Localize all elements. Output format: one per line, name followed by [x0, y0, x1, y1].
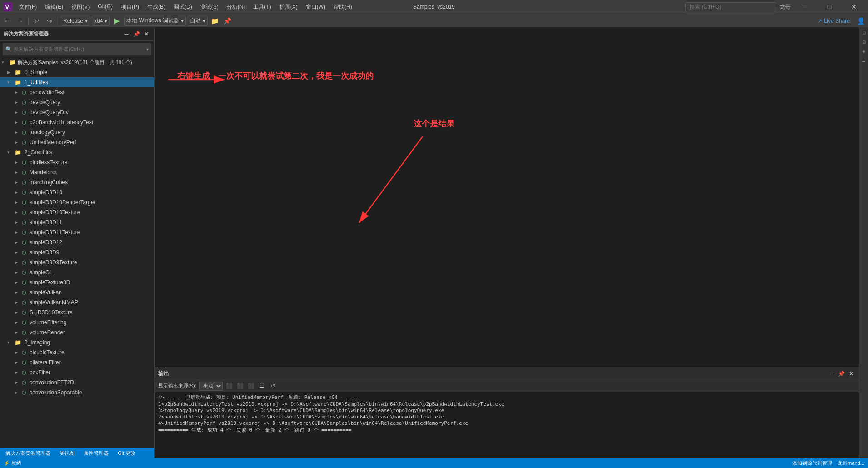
build-config-dropdown[interactable]: Release ▾	[61, 16, 90, 26]
tree-item-volumeRender[interactable]: ▶⬡volumeRender	[0, 327, 154, 337]
activity-btn-3[interactable]: ◈	[860, 47, 868, 55]
tree-item-simpleVulkan[interactable]: ▶⬡simpleVulkan	[0, 287, 154, 297]
menu-item-GitG[interactable]: Git(G)	[94, 2, 116, 12]
tree-item-bandwidthTest[interactable]: ▶⬡bandwidthTest	[0, 87, 154, 97]
tree-item-simpleGL[interactable]: ▶⬡simpleGL	[0, 267, 154, 277]
tree-item-bindlessTexture[interactable]: ▶⬡bindlessTexture	[0, 157, 154, 167]
status-ready[interactable]: ⚡ 就绪	[4, 460, 21, 467]
tree-item-simpleD3D11Texture[interactable]: ▶⬡simpleD3D11Texture	[0, 227, 154, 237]
menu-item-T[interactable]: 工具(T)	[249, 2, 274, 12]
folder-button[interactable]: 📁	[210, 15, 220, 26]
tree-item-bicubicTexture[interactable]: ▶⬡bicubicTexture	[0, 347, 154, 357]
tree-item-convolutionFFT2D[interactable]: ▶⬡convolutionFFT2D	[0, 377, 154, 387]
menu-item-B[interactable]: 生成(B)	[144, 2, 169, 12]
status-source-control[interactable]: 添加到源代码管理	[792, 460, 832, 467]
output-source-select[interactable]: 生成	[199, 382, 223, 391]
tree-item-simpleD3D11[interactable]: ▶⬡simpleD3D11	[0, 217, 154, 227]
tree-item-simpleD3D10[interactable]: ▶⬡simpleD3D10	[0, 187, 154, 197]
sidebar-bottom-tabs: 解决方案资源管理器类视图属性管理器Git 更改	[0, 448, 154, 458]
menu-item-S[interactable]: 测试(S)	[197, 2, 222, 12]
sidebar-close-button[interactable]: ✕	[142, 30, 150, 38]
tree-item-3_Imaging[interactable]: ▾📁3_Imaging	[0, 337, 154, 347]
output-pin-icon[interactable]: 📌	[837, 370, 845, 378]
search-dropdown-icon[interactable]: ▾	[146, 47, 149, 52]
menu-item-X[interactable]: 扩展(X)	[276, 2, 301, 12]
minimize-button[interactable]: ─	[794, 0, 815, 14]
tree-item-Mandelbrot[interactable]: ▶⬡Mandelbrot	[0, 167, 154, 177]
live-share-button[interactable]: ↗ Live Share	[814, 17, 853, 25]
tree-item-deviceQueryDrv[interactable]: ▶⬡deviceQueryDrv	[0, 107, 154, 117]
debug-target-dropdown[interactable]: 本地 Windows 调试器 ▾	[124, 16, 185, 26]
tree-label-3_Imaging: 3_Imaging	[25, 339, 50, 346]
forward-button[interactable]: →	[15, 15, 25, 26]
status-user[interactable]: 龙哥mand...	[838, 460, 864, 467]
tree-item-0_Simple[interactable]: ▶📁0_Simple	[0, 67, 154, 77]
arch-dropdown[interactable]: x64 ▾	[92, 16, 110, 26]
pin-button[interactable]: 📌	[222, 15, 233, 26]
tree-item-solution[interactable]: ▾ 📁 解决方案'Samples_vs2019'(181 个项目，共 181 个…	[0, 57, 154, 67]
activity-btn-4[interactable]: ☰	[860, 56, 868, 64]
tree-item-simpleD3D12[interactable]: ▶⬡simpleD3D12	[0, 237, 154, 247]
sidebar-search-box[interactable]: 🔍 ▾	[3, 43, 151, 55]
tree-arrow-Mandelbrot: ▶	[15, 170, 20, 175]
run-button[interactable]: ▶	[111, 15, 122, 26]
tree-item-simpleD3D10Texture[interactable]: ▶⬡simpleD3D10Texture	[0, 207, 154, 217]
global-search-input[interactable]	[685, 2, 776, 11]
sidebar-tab-3[interactable]: Git 更改	[116, 449, 137, 458]
account-button[interactable]: 👤	[855, 15, 866, 26]
tree-item-1_Utilities[interactable]: ▾📁1_Utilities	[0, 77, 154, 87]
menu-item-D[interactable]: 调试(D)	[170, 2, 196, 12]
output-toolbar-btn1[interactable]: ⬛	[225, 382, 234, 390]
activity-btn-2[interactable]: ⊟	[860, 38, 868, 45]
output-toolbar-btn2[interactable]: ⬛	[236, 382, 244, 390]
tree-item-SLID3D10Texture[interactable]: ▶⬡SLID3D10Texture	[0, 307, 154, 317]
tree-item-deviceQuery[interactable]: ▶⬡deviceQuery	[0, 97, 154, 107]
sidebar-tab-2[interactable]: 属性管理器	[82, 449, 110, 458]
tree-arrow-simpleVulkanMMAP: ▶	[15, 300, 20, 305]
tree-item-simpleVulkanMMAP[interactable]: ▶⬡simpleVulkanMMAP	[0, 297, 154, 307]
output-toolbar-btn3[interactable]: ⬛	[247, 382, 255, 390]
menu-item-H[interactable]: 帮助(H)	[330, 2, 356, 12]
tree-label-2_Graphics: 2_Graphics	[25, 149, 52, 156]
tree-view[interactable]: ▾ 📁 解决方案'Samples_vs2019'(181 个项目，共 181 个…	[0, 57, 154, 448]
tree-arrow-convolutionFFT2D: ▶	[15, 380, 20, 385]
sidebar-pin-icon[interactable]: 📌	[132, 30, 140, 38]
output-toolbar-btn5[interactable]: ↺	[269, 382, 277, 390]
tree-item-simpleD3D9[interactable]: ▶⬡simpleD3D9	[0, 247, 154, 257]
output-close-button[interactable]: ✕	[847, 370, 855, 378]
sidebar-pin-button[interactable]: ─	[122, 30, 130, 38]
tree-item-marchingCubes[interactable]: ▶⬡marchingCubes	[0, 177, 154, 187]
menu-item-P[interactable]: 项目(P)	[117, 2, 143, 12]
tree-item-topologyQuery[interactable]: ▶⬡topologyQuery	[0, 127, 154, 137]
output-toolbar-btn4[interactable]: ☰	[258, 382, 266, 390]
auto-dropdown[interactable]: 自动 ▾	[188, 16, 208, 26]
back-button[interactable]: ←	[2, 15, 13, 26]
menu-item-V[interactable]: 视图(V)	[68, 2, 93, 12]
tree-item-convolutionSeparable[interactable]: ▶⬡convolutionSeparable	[0, 387, 154, 398]
project-icon-simpleD3D9Texture: ⬡	[22, 260, 26, 266]
sidebar-tab-1[interactable]: 类视图	[58, 449, 76, 458]
tree-item-p2pBandwidthLatencyTest[interactable]: ▶⬡p2pBandwidthLatencyTest	[0, 117, 154, 127]
activity-btn-1[interactable]: ⊞	[860, 29, 868, 36]
menu-item-W[interactable]: 窗口(W)	[302, 2, 329, 12]
undo-button[interactable]: ↩	[31, 15, 42, 26]
output-pin-button[interactable]: ─	[827, 370, 835, 378]
tree-item-boxFilter[interactable]: ▶⬡boxFilter	[0, 367, 154, 377]
sidebar-tab-0[interactable]: 解决方案资源管理器	[4, 449, 52, 458]
tree-arrow-convolutionSeparable: ▶	[15, 390, 20, 395]
tree-item-simpleD3D9Texture[interactable]: ▶⬡simpleD3D9Texture	[0, 257, 154, 267]
menu-item-F[interactable]: 文件(F)	[15, 2, 40, 12]
redo-button[interactable]: ↪	[44, 15, 55, 26]
tree-item-bilateralFilter[interactable]: ▶⬡bilateralFilter	[0, 357, 154, 367]
tree-item-UnifiedMemoryPerf[interactable]: ▶⬡UnifiedMemoryPerf	[0, 137, 154, 147]
tree-item-simpleD3D10RenderTarget[interactable]: ▶⬡simpleD3D10RenderTarget	[0, 197, 154, 207]
close-button[interactable]: ✕	[843, 0, 864, 14]
menu-item-E[interactable]: 编辑(E)	[41, 2, 67, 12]
menu-item-N[interactable]: 分析(N)	[223, 2, 249, 12]
sidebar-search-input[interactable]	[14, 46, 145, 52]
maximize-button[interactable]: □	[819, 0, 840, 14]
tree-item-simpleTexture3D[interactable]: ▶⬡simpleTexture3D	[0, 277, 154, 287]
solution-icon: 📁	[9, 59, 16, 65]
tree-item-2_Graphics[interactable]: ▾📁2_Graphics	[0, 147, 154, 157]
tree-item-volumeFiltering[interactable]: ▶⬡volumeFiltering	[0, 317, 154, 327]
